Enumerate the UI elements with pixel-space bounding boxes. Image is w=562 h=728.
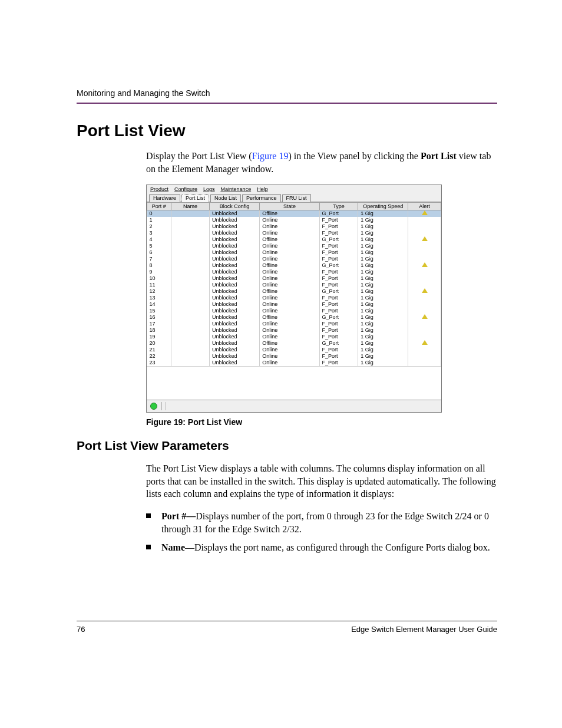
- cell: 1 Gig: [358, 223, 408, 230]
- subsection-title: Port List View Parameters: [77, 439, 497, 453]
- cell: 2: [147, 223, 171, 230]
- cell: Unblocked: [210, 217, 260, 223]
- status-indicator-icon: [150, 403, 157, 410]
- cell: 5: [147, 243, 171, 249]
- table-row[interactable]: 19UnblockedOnlineF_Port1 Gig: [147, 334, 441, 340]
- cell: [171, 340, 209, 347]
- menu-item-configure[interactable]: Configure: [174, 186, 197, 192]
- table-row[interactable]: 4UnblockedOfflineG_Port1 Gig: [147, 236, 441, 243]
- cell: Unblocked: [210, 210, 260, 218]
- cell: Online: [260, 223, 319, 230]
- cell-alert: [408, 243, 441, 249]
- cell-alert: [408, 301, 441, 308]
- table-row[interactable]: 11UnblockedOnlineF_Port1 Gig: [147, 282, 441, 288]
- table-row[interactable]: 1UnblockedOnlineF_Port1 Gig: [147, 217, 441, 223]
- column-header[interactable]: Port #: [147, 203, 171, 210]
- column-header[interactable]: Operating Speed: [358, 203, 408, 210]
- column-header[interactable]: Alert: [408, 203, 441, 210]
- cell: 1 Gig: [358, 347, 408, 353]
- cell: 7: [147, 256, 171, 262]
- alert-triangle-icon: [422, 314, 428, 319]
- cell: [171, 353, 209, 360]
- cell: 1 Gig: [358, 295, 408, 301]
- table-row[interactable]: 16UnblockedOfflineG_Port1 Gig: [147, 314, 441, 321]
- table-row[interactable]: 9UnblockedOnlineF_Port1 Gig: [147, 269, 441, 275]
- cell: F_Port: [319, 282, 358, 288]
- column-header[interactable]: Name: [171, 203, 209, 210]
- table-row[interactable]: 13UnblockedOnlineF_Port1 Gig: [147, 295, 441, 301]
- table-row[interactable]: 15UnblockedOnlineF_Port1 Gig: [147, 308, 441, 314]
- alert-triangle-icon: [422, 236, 428, 241]
- cell: 1 Gig: [358, 256, 408, 262]
- table-row[interactable]: 22UnblockedOnlineF_Port1 Gig: [147, 353, 441, 360]
- cell: Unblocked: [210, 282, 260, 288]
- table-row[interactable]: 6UnblockedOnlineF_Port1 Gig: [147, 249, 441, 256]
- column-header[interactable]: State: [260, 203, 319, 210]
- cell: [171, 217, 209, 223]
- tab-performance[interactable]: Performance: [242, 194, 281, 202]
- cell: 1 Gig: [358, 230, 408, 236]
- cell: 1 Gig: [358, 210, 408, 218]
- cell-alert: [408, 217, 441, 223]
- cell: Online: [260, 256, 319, 262]
- cell: [171, 249, 209, 256]
- table-row[interactable]: 5UnblockedOnlineF_Port1 Gig: [147, 243, 441, 249]
- cell: Unblocked: [210, 321, 260, 327]
- cell: [171, 288, 209, 295]
- param-term: Port #—: [161, 511, 196, 521]
- tab-fru-list[interactable]: FRU List: [282, 194, 311, 202]
- alert-triangle-icon: [422, 340, 428, 345]
- cell-alert: [408, 275, 441, 282]
- table-row[interactable]: 18UnblockedOnlineF_Port1 Gig: [147, 327, 441, 334]
- cell-alert: [408, 347, 441, 353]
- table-row[interactable]: 21UnblockedOnlineF_Port1 Gig: [147, 347, 441, 353]
- tab-hardware[interactable]: Hardware: [149, 194, 180, 202]
- cell-alert: [408, 288, 441, 295]
- table-row[interactable]: 8UnblockedOfflineG_Port1 Gig: [147, 262, 441, 269]
- cell: Online: [260, 360, 319, 366]
- column-header[interactable]: Block Config: [210, 203, 260, 210]
- table-row[interactable]: 3UnblockedOnlineF_Port1 Gig: [147, 230, 441, 236]
- cell-alert: [408, 295, 441, 301]
- cell: [171, 314, 209, 321]
- table-row[interactable]: 0UnblockedOfflineG_Port1 Gig: [147, 210, 441, 218]
- table-row[interactable]: 14UnblockedOnlineF_Port1 Gig: [147, 301, 441, 308]
- cell: Online: [260, 282, 319, 288]
- cell: F_Port: [319, 327, 358, 334]
- cell: 12: [147, 288, 171, 295]
- menu-item-logs[interactable]: Logs: [203, 186, 215, 192]
- menu-item-product[interactable]: Product: [150, 186, 168, 192]
- cell: Online: [260, 217, 319, 223]
- cell: [171, 223, 209, 230]
- column-header[interactable]: Type: [319, 203, 358, 210]
- figure-reference-link[interactable]: Figure 19: [252, 151, 289, 161]
- alert-triangle-icon: [422, 210, 428, 215]
- tab-node-list[interactable]: Node List: [210, 194, 241, 202]
- menu-item-help[interactable]: Help: [257, 186, 268, 192]
- cell: 16: [147, 314, 171, 321]
- cell: Unblocked: [210, 340, 260, 347]
- cell: Unblocked: [210, 334, 260, 340]
- cell-alert: [408, 360, 441, 366]
- cell: Offline: [260, 210, 319, 218]
- cell: 23: [147, 360, 171, 366]
- table-header-row: Port #NameBlock ConfigStateTypeOperating…: [147, 203, 441, 210]
- cell: F_Port: [319, 347, 358, 353]
- tab-port-list[interactable]: Port List: [181, 194, 209, 202]
- cell-alert: [408, 282, 441, 288]
- cell: Online: [260, 295, 319, 301]
- table-row[interactable]: 2UnblockedOnlineF_Port1 Gig: [147, 223, 441, 230]
- cell-alert: [408, 236, 441, 243]
- menu-item-maintenance[interactable]: Maintenance: [221, 186, 252, 192]
- cell: Unblocked: [210, 230, 260, 236]
- table-row[interactable]: 20UnblockedOfflineG_Port1 Gig: [147, 340, 441, 347]
- cell: 1 Gig: [358, 269, 408, 275]
- table-row[interactable]: 17UnblockedOnlineF_Port1 Gig: [147, 321, 441, 327]
- param-desc: Displays the port name, as configured th…: [194, 542, 490, 552]
- cell: F_Port: [319, 334, 358, 340]
- cell: [171, 256, 209, 262]
- table-row[interactable]: 23UnblockedOnlineF_Port1 Gig: [147, 360, 441, 366]
- table-row[interactable]: 10UnblockedOnlineF_Port1 Gig: [147, 275, 441, 282]
- table-row[interactable]: 12UnblockedOfflineG_Port1 Gig: [147, 288, 441, 295]
- table-row[interactable]: 7UnblockedOnlineF_Port1 Gig: [147, 256, 441, 262]
